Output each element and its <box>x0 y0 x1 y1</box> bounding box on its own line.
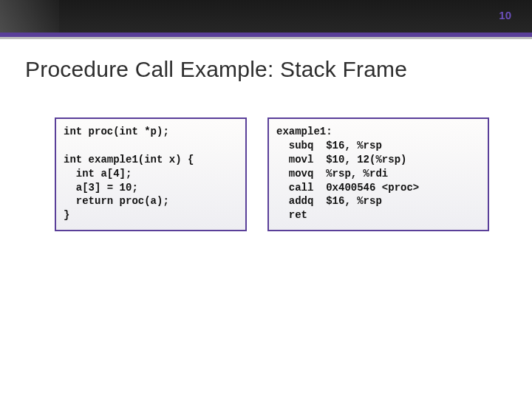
slide-title: Procedure Call Example: Stack Frame <box>0 39 532 82</box>
content-area: int proc(int *p); int example1(int x) { … <box>0 82 532 231</box>
page-number: 10 <box>499 9 511 21</box>
slide-top-bar: 10 <box>0 0 532 33</box>
top-bar-highlight <box>0 0 59 33</box>
asm-code-box: example1: subq $16, %rsp movl $10, 12(%r… <box>267 117 489 231</box>
c-code-box: int proc(int *p); int example1(int x) { … <box>55 117 247 231</box>
